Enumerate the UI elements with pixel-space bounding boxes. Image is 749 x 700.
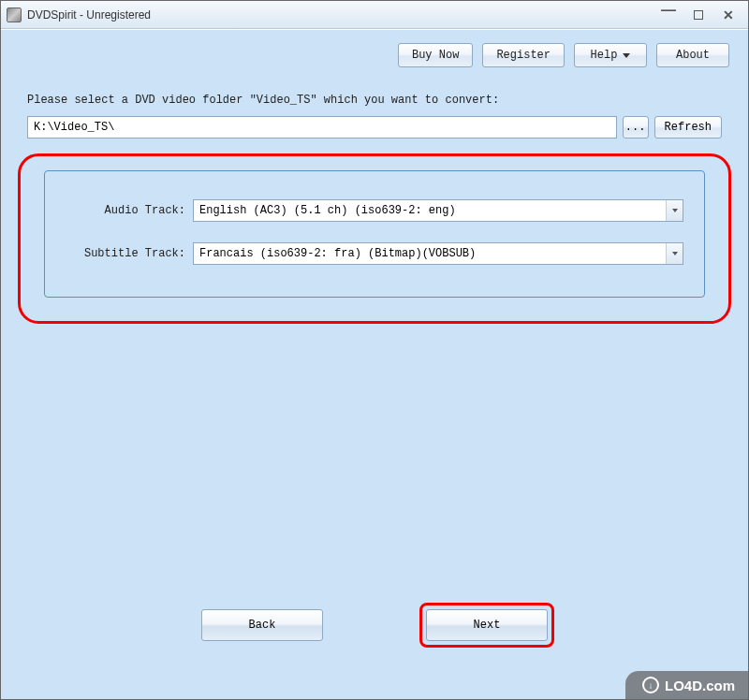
app-icon — [7, 7, 22, 22]
about-button[interactable]: About — [656, 43, 729, 67]
back-button[interactable]: Back — [201, 609, 323, 641]
next-button[interactable]: Next — [426, 609, 548, 641]
titlebar[interactable]: DVDSpirit - Unregistered — ✕ — [1, 1, 748, 29]
toolbar: Buy Now Register Help About — [1, 30, 748, 75]
maximize-button[interactable] — [690, 7, 707, 23]
audio-track-value: English (AC3) (5.1 ch) (iso639-2: eng) — [199, 204, 456, 217]
refresh-button[interactable]: Refresh — [654, 116, 722, 139]
maximize-icon — [694, 10, 703, 20]
watermark-text: LO4D.com — [665, 678, 735, 693]
prompt-text: Please select a DVD video folder "Video_… — [27, 94, 722, 107]
help-label: Help — [591, 49, 618, 62]
subtitle-track-value: Francais (iso639-2: fra) (Bitmap)(VOBSUB… — [199, 247, 476, 260]
register-button[interactable]: Register — [482, 43, 565, 67]
main-panel: Please select a DVD video folder "Video_… — [1, 75, 748, 316]
browse-button[interactable]: ... — [623, 116, 649, 139]
subtitle-track-select[interactable]: Francais (iso639-2: fra) (Bitmap)(VOBSUB… — [193, 242, 683, 265]
minimize-button[interactable]: — — [660, 7, 677, 23]
folder-path-input[interactable] — [27, 116, 617, 139]
window-controls: — ✕ — [660, 7, 742, 23]
track-section: Audio Track: English (AC3) (5.1 ch) (iso… — [44, 170, 705, 298]
close-button[interactable]: ✕ — [720, 7, 737, 23]
help-button[interactable]: Help — [574, 43, 647, 67]
app-window: DVDSpirit - Unregistered — ✕ Buy Now Reg… — [0, 0, 749, 700]
chevron-down-icon — [666, 243, 683, 264]
subtitle-track-row: Subtitle Track: Francais (iso639-2: fra)… — [66, 242, 683, 265]
path-row: ... Refresh — [27, 116, 722, 139]
nav-row: Back Next — [1, 609, 748, 641]
track-fieldset: Audio Track: English (AC3) (5.1 ch) (iso… — [44, 170, 705, 298]
audio-track-label: Audio Track: — [66, 204, 193, 217]
window-title: DVDSpirit - Unregistered — [27, 8, 660, 22]
subtitle-track-label: Subtitle Track: — [66, 247, 193, 260]
watermark: ↓ LO4D.com — [625, 671, 748, 699]
chevron-down-icon — [623, 53, 630, 58]
client-area: Buy Now Register Help About Please selec… — [1, 29, 748, 699]
buy-now-button[interactable]: Buy Now — [398, 43, 473, 67]
audio-track-row: Audio Track: English (AC3) (5.1 ch) (iso… — [66, 199, 683, 222]
audio-track-select[interactable]: English (AC3) (5.1 ch) (iso639-2: eng) — [193, 199, 683, 222]
chevron-down-icon — [666, 200, 683, 221]
next-button-wrap: Next — [426, 609, 548, 641]
watermark-icon: ↓ — [642, 677, 659, 693]
